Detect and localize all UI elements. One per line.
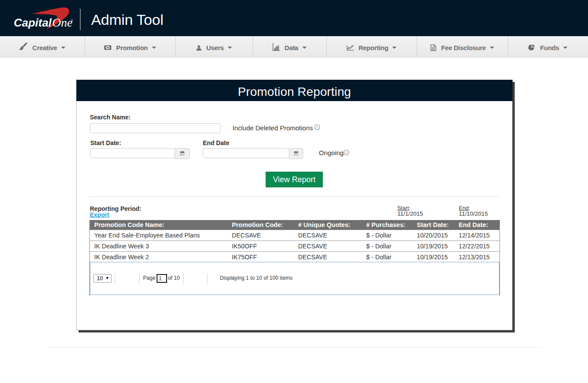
svg-text:One: One <box>52 16 73 29</box>
svg-text:®: ® <box>71 19 73 22</box>
svg-text:Capital: Capital <box>14 16 52 29</box>
